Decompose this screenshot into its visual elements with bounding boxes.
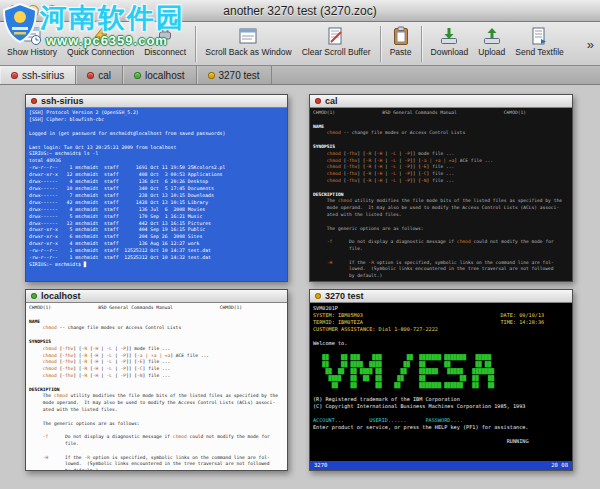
session-status-dot — [315, 98, 321, 104]
toolbar-overflow-button[interactable]: » — [583, 37, 598, 52]
pane-localhost: localhost CHMOD(1) BSD General Commands … — [25, 289, 288, 471]
pane-titlebar[interactable]: ssh-sirius — [26, 95, 287, 108]
lightning-icon — [90, 25, 112, 46]
close-button[interactable] — [8, 5, 20, 17]
terminal-cal[interactable]: CHMOD(1) BSD General Commands Manual CHM… — [310, 108, 572, 281]
paste-button[interactable]: Paste — [385, 24, 417, 58]
download-button[interactable]: Download — [426, 24, 474, 58]
session-status-dot — [87, 72, 94, 79]
send-textfile-button[interactable]: Send Textfile — [510, 24, 569, 58]
scroll-back-window-button[interactable]: Scroll Back as Window — [200, 24, 296, 58]
pane-titlebar[interactable]: localhost — [26, 290, 287, 303]
terminal-3270-statusbar: 3270 20 08 — [310, 461, 572, 470]
zoom-button[interactable] — [46, 5, 58, 17]
pane-titlebar[interactable]: 3270 test — [310, 290, 572, 303]
toolbar: Show History Quick Connection Disconnect… — [0, 22, 600, 66]
titlebar: another 3270 test (3270.zoc) — [0, 0, 600, 22]
upload-button[interactable]: Upload — [473, 24, 510, 58]
status-cursor-position: 20 08 — [551, 461, 568, 470]
terminal-3270[interactable]: SVM0201PSYSTEM: IBM05M03 DATE: 09/10/13T… — [310, 303, 572, 461]
tab-3270-test[interactable]: 3270 test — [197, 66, 272, 84]
tab-localhost[interactable]: localhost — [123, 66, 196, 84]
pane-title-label: localhost — [41, 291, 81, 301]
toolbar-label: Disconnect — [144, 47, 186, 57]
window-controls — [8, 5, 58, 17]
pane-title-label: ssh-sirius — [41, 96, 84, 106]
toolbar-label: Send Textfile — [515, 47, 564, 57]
disconnect-button[interactable]: Disconnect — [139, 24, 191, 58]
clipboard-icon — [390, 25, 412, 46]
toolbar-label: Clear Scroll Buffer — [302, 47, 371, 57]
pane-3270-test: 3270 test SVM0201PSYSTEM: IBM05M03 DATE:… — [309, 289, 573, 471]
toolbar-separator — [195, 26, 196, 62]
tab-label: localhost — [145, 70, 184, 81]
toolbar-label: Show History — [7, 47, 57, 57]
tab-label: ssh-sirius — [22, 70, 64, 81]
session-status-dot — [315, 293, 321, 299]
quick-connection-button[interactable]: Quick Connection — [62, 24, 139, 58]
window-icon — [237, 25, 259, 46]
terminal-ssh-sirius[interactable]: [SSH] Protocol Version 2 (OpenSSH_5.2)[S… — [26, 108, 287, 281]
clear-buffer-icon — [325, 25, 347, 46]
workspace: ssh-sirius [SSH] Protocol Version 2 (Ope… — [0, 86, 600, 489]
window-title: another 3270 test (3270.zoc) — [0, 4, 600, 18]
history-icon — [21, 25, 43, 46]
toolbar-label: Download — [431, 47, 469, 57]
toolbar-label: Upload — [478, 47, 505, 57]
pane-cal: cal CHMOD(1) BSD General Commands Manual… — [309, 94, 573, 282]
session-status-dot — [31, 293, 37, 299]
terminal-localhost[interactable]: CHMOD(1) BSD General Commands Manual CHM… — [26, 303, 287, 470]
toolbar-label: Scroll Back as Window — [205, 47, 291, 57]
toolbar-label: Quick Connection — [67, 47, 134, 57]
status-emulation: 3270 — [314, 461, 327, 470]
toolbar-label: Paste — [390, 47, 412, 57]
pane-titlebar[interactable]: cal — [310, 95, 572, 108]
pane-title-label: 3270 test — [325, 291, 364, 301]
upload-icon — [481, 25, 503, 46]
tab-cal[interactable]: cal — [76, 66, 123, 84]
clear-scroll-buffer-button[interactable]: Clear Scroll Buffer — [297, 24, 376, 58]
tab-label: 3270 test — [219, 70, 260, 81]
tab-ssh-sirius[interactable]: ssh-sirius — [0, 66, 76, 84]
tab-label: cal — [98, 70, 111, 81]
textfile-icon — [529, 25, 551, 46]
pane-title-label: cal — [325, 96, 338, 106]
pane-ssh-sirius: ssh-sirius [SSH] Protocol Version 2 (Ope… — [25, 94, 288, 282]
tab-bar: ssh-sirius cal localhost 3270 test — [0, 66, 600, 85]
minimize-button[interactable] — [27, 5, 39, 17]
plug-icon — [154, 25, 176, 46]
session-status-dot — [208, 72, 215, 79]
session-status-dot — [11, 72, 18, 79]
toolbar-separator — [380, 26, 381, 62]
session-status-dot — [31, 98, 37, 104]
download-icon — [438, 25, 460, 46]
toolbar-separator — [421, 26, 422, 62]
session-status-dot — [134, 72, 141, 79]
show-history-button[interactable]: Show History — [2, 24, 62, 58]
